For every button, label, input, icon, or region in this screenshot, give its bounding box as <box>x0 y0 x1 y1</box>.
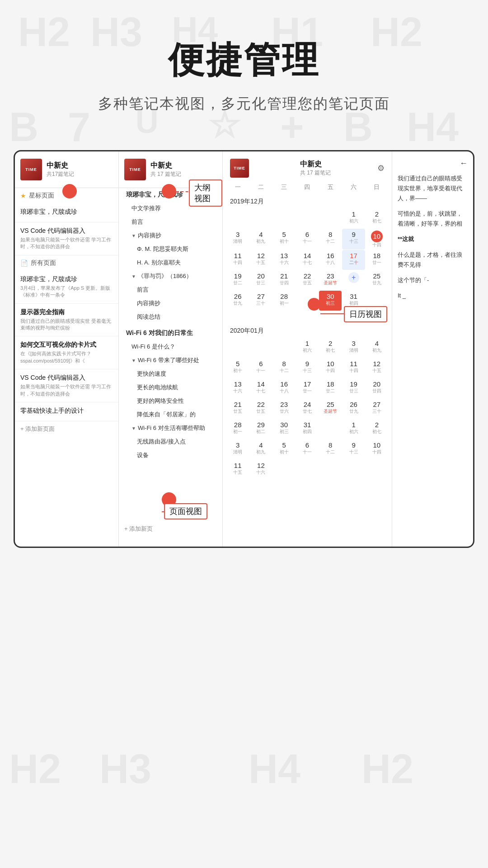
cal-day-jan-25[interactable]: 25圣诞节 <box>319 399 342 419</box>
cal-day-dec-16[interactable]: 16十八 <box>319 250 342 270</box>
cal-day-dec-19[interactable]: 19廿二 <box>226 270 249 290</box>
outline-item-14[interactable]: 更快的速度 <box>119 367 222 381</box>
cal-day-jan-9b[interactable]: 9十三 <box>342 439 365 459</box>
cal-day-jan-18[interactable]: 18廿二 <box>319 378 342 398</box>
cal-day-dec-9[interactable]: 9十三 <box>342 229 365 250</box>
cal-day-dec-28[interactable]: 28初一 <box>273 291 296 311</box>
outline-item-17[interactable]: 降低来自「邻居家」的 <box>119 408 222 421</box>
cal-day-dec-23[interactable]: 23圣诞节 <box>319 270 342 290</box>
cal-day-jan-26[interactable]: 26廿九 <box>342 399 365 419</box>
add-page-button-1[interactable]: + 添加新页面 <box>15 421 118 437</box>
outline-item-5[interactable]: Φ. M. 陀思妥耶夫斯 <box>119 242 222 256</box>
cal-day-dec-13[interactable]: 13十六 <box>273 250 296 270</box>
outline-item-12[interactable]: Wi-Fi 6 是什么？ <box>119 340 222 354</box>
cal-day-jan-14[interactable]: 14十七 <box>249 378 272 398</box>
add-page-button-2[interactable]: + 添加新页 <box>124 525 153 533</box>
outline-item-9[interactable]: 内容摘抄 <box>119 297 222 310</box>
cal-day-jan-13[interactable]: 13十六 <box>226 378 249 398</box>
cal-day-jan-24[interactable]: 24廿七 <box>296 399 319 419</box>
cal-day-dec-18[interactable]: 18廿一 <box>366 250 388 270</box>
cal-day-jan-5b[interactable]: 5初十 <box>273 439 296 459</box>
gear-icon[interactable]: ⚙ <box>377 163 385 173</box>
cal-day-dec-2[interactable]: 2初七 <box>366 208 388 228</box>
cal-day-jan-21[interactable]: 21廿五 <box>226 399 249 419</box>
cal-day-dec-11[interactable]: 11十四 <box>226 250 249 270</box>
list-item-title-1: 琅琊非宝，尺牍成珍 <box>20 208 113 216</box>
cal-day-jan-2b[interactable]: 2初七 <box>366 419 388 439</box>
cal-day-add[interactable]: + <box>342 270 365 290</box>
list-item-3[interactable]: 琅琊非宝，尺牍成珍 3月4日，苹果发布了《App S 更新。新版《标准》中有一条… <box>15 271 118 304</box>
cal-day-jan-17[interactable]: 17廿一 <box>296 378 319 398</box>
cal-day-dec-25[interactable]: 25廿九 <box>366 270 388 290</box>
cal-day-dec-30[interactable]: 30初三 <box>319 291 342 311</box>
cal-day-jan-6b[interactable]: 6十一 <box>296 439 319 459</box>
cal-day-dec-20[interactable]: 20廿三 <box>249 270 272 290</box>
outline-item-3[interactable]: 前言 <box>119 215 222 229</box>
cal-day-jan-27[interactable]: 27三十 <box>366 399 388 419</box>
cal-day-jan-6[interactable]: 6十一 <box>249 358 272 378</box>
cal-day-jan-11b[interactable]: 11十五 <box>226 460 249 480</box>
cal-day-jan-19[interactable]: 19廿三 <box>342 378 365 398</box>
cal-day-dec-17[interactable]: 17二十 <box>342 250 365 270</box>
list-item-6[interactable]: VS Code 代码编辑器入 如果当电脑只能装一个软件还需 学习工作时，不知道你… <box>15 369 118 402</box>
cal-day-dec-10[interactable]: 10十四 <box>366 229 388 250</box>
outline-item-19[interactable]: 无线路由器/接入点 <box>119 435 222 448</box>
cal-day-jan-2[interactable]: 2初七 <box>319 338 342 358</box>
cal-day-jan-30[interactable]: 30初三 <box>273 419 296 439</box>
list-item-7[interactable]: 零基础快读上手的设计 <box>15 402 118 421</box>
cal-day-dec-21[interactable]: 21廿四 <box>273 270 296 290</box>
cal-day-jan-22[interactable]: 22廿五 <box>249 399 272 419</box>
outline-item-18[interactable]: ▼Wi-Fi 6 对生活有哪些帮助 <box>119 421 222 435</box>
outline-item-13[interactable]: ▼Wi-Fi 6 带来了哪些好处 <box>119 354 222 367</box>
cal-day-jan-1[interactable]: 1初六 <box>296 338 319 358</box>
cal-day-jan-3[interactable]: 3清明 <box>342 338 365 358</box>
outline-item-11[interactable]: Wi-Fi 6 对我们的日常生 <box>119 326 222 340</box>
cal-day-jan-31[interactable]: 31初四 <box>296 419 319 439</box>
cal-day-jan-4[interactable]: 4初九 <box>366 338 388 358</box>
outline-item-6[interactable]: H. A. 别尔嘉耶夫 <box>119 256 222 269</box>
page-subtitle: 多种笔记本视图，多元化管理您的笔记页面 <box>98 94 390 114</box>
cal-day-jan-8[interactable]: 8十二 <box>273 358 296 378</box>
cal-day-dec-26[interactable]: 26廿九 <box>226 291 249 311</box>
cal-day-jan-10b[interactable]: 10十四 <box>366 439 388 459</box>
cal-day-dec-22[interactable]: 22廿五 <box>296 270 319 290</box>
list-item-2[interactable]: VS Code 代码编辑器入 如果当电脑只能装一个软件还需 学习工作时，不知道你… <box>15 222 118 255</box>
outline-item-20[interactable]: 设备 <box>119 448 222 462</box>
cal-day-dec-3[interactable]: 3清明 <box>226 229 249 250</box>
cal-day-jan-28[interactable]: 28初一 <box>226 419 249 439</box>
cal-day-jan-3b[interactable]: 3清明 <box>226 439 249 459</box>
cal-day-dec-27[interactable]: 27三十 <box>249 291 272 311</box>
cal-day-jan-10[interactable]: 10十四 <box>319 358 342 378</box>
outline-item-10[interactable]: 阅读总结 <box>119 310 222 324</box>
cal-day-dec-1[interactable]: 1初六 <box>342 208 365 228</box>
cal-day-jan-8b[interactable]: 8十二 <box>319 439 342 459</box>
cal-day-jan-16[interactable]: 16十八 <box>273 378 296 398</box>
cal-day-dec-8[interactable]: 8十二 <box>319 229 342 250</box>
cal-day-jan-23[interactable]: 23廿六 <box>273 399 296 419</box>
list-item-5[interactable]: 如何交互可视化你的卡片式 在《[如何高效实践卡片式写作？ sspai.com/p… <box>15 336 118 369</box>
cal-day-jan-9[interactable]: 9十三 <box>296 358 319 378</box>
back-arrow-icon[interactable]: ← <box>460 159 468 168</box>
list-item-4[interactable]: 显示器完全指南 我们通过自己的眼睛感受现实世 受着毫无束缚的视野与绚烂缤纷 <box>15 304 118 337</box>
outline-item-8[interactable]: 前言 <box>119 283 222 297</box>
cal-day-dec-14[interactable]: 14十七 <box>296 250 319 270</box>
cal-day-jan-11[interactable]: 11十四 <box>342 358 365 378</box>
main-content: 便捷管理 多种笔记本视图，多元化管理您的笔记页面 中新史 共17篇笔记 ★ 星标… <box>0 0 488 575</box>
cal-day-jan-1b[interactable]: 1初六 <box>342 419 365 439</box>
cal-day-jan-12[interactable]: 12十五 <box>366 358 388 378</box>
cal-day-dec-4[interactable]: 4初九 <box>249 229 272 250</box>
outline-item-15[interactable]: 更长的电池续航 <box>119 381 222 394</box>
cal-day-dec-6[interactable]: 6十一 <box>296 229 319 250</box>
month-label-dec: 2019年12月 <box>223 195 392 208</box>
cal-day-jan-5[interactable]: 5初十 <box>226 358 249 378</box>
cal-day-jan-12b[interactable]: 12十六 <box>249 460 272 480</box>
cal-day-jan-29[interactable]: 29初二 <box>249 419 272 439</box>
cal-day-jan-20[interactable]: 20廿四 <box>366 378 388 398</box>
outline-item-16[interactable]: 更好的网络安全性 <box>119 394 222 408</box>
list-item-1[interactable]: 琅琊非宝，尺牍成珍 <box>15 203 118 222</box>
cal-day-jan-4b[interactable]: 4初九 <box>249 439 272 459</box>
cal-day-dec-12[interactable]: 12十五 <box>249 250 272 270</box>
outline-item-7[interactable]: ▼《罪与罚》（1866） <box>119 269 222 283</box>
cal-day-dec-5[interactable]: 5初十 <box>273 229 296 250</box>
outline-item-4[interactable]: ▼内容摘抄 <box>119 229 222 242</box>
